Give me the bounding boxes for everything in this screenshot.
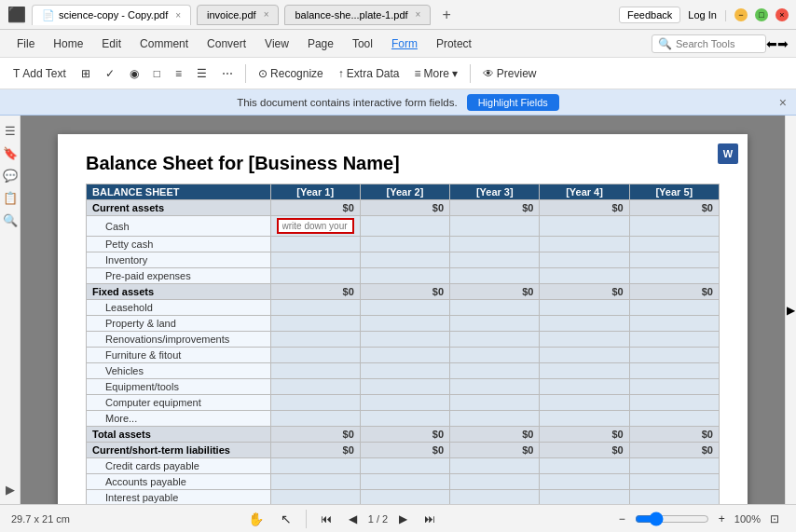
cash-input-cell[interactable] xyxy=(270,216,360,237)
search-input[interactable] xyxy=(676,38,760,49)
radio-icon: ◉ xyxy=(130,67,139,80)
empty-cell xyxy=(360,300,449,316)
tab-label: invoice.pdf xyxy=(207,9,256,20)
search-box[interactable]: 🔍 xyxy=(652,34,766,53)
tab-balance-sheet[interactable]: balance-she...plate-1.pdf × xyxy=(284,5,431,25)
tab-close-btn[interactable]: × xyxy=(416,9,421,20)
empty-cell xyxy=(360,348,449,363)
fit-page-btn[interactable]: ⊡ xyxy=(764,510,785,528)
sidebar-pages-icon[interactable]: ☰ xyxy=(3,123,18,138)
empty-cell xyxy=(450,363,540,379)
login-btn[interactable]: Log In xyxy=(688,9,717,20)
sidebar-search-icon[interactable]: 🔍 xyxy=(3,212,18,227)
recognize-icon: ⊙ xyxy=(258,67,268,80)
preview-btn[interactable]: 👁 Preview xyxy=(477,64,542,83)
menu-protect[interactable]: Protect xyxy=(427,34,481,54)
next-page-btn[interactable]: ▶ xyxy=(393,510,413,528)
empty-cell xyxy=(540,474,629,490)
row-value: $0 xyxy=(540,200,629,216)
tool-btn-7[interactable]: ☰ xyxy=(191,64,213,83)
extra-data-btn[interactable]: ↑ Extra Data xyxy=(333,64,405,83)
zoom-out-btn[interactable]: − xyxy=(613,510,631,528)
close-btn[interactable]: × xyxy=(775,8,789,21)
back-btn[interactable]: ⬅ xyxy=(766,36,777,51)
tab-label: science-copy - Copy.pdf xyxy=(59,9,168,20)
table-row: Cash xyxy=(87,216,720,237)
row-label: Computer equipment xyxy=(87,395,271,411)
row-value: $0 xyxy=(270,200,360,216)
new-tab-btn[interactable]: + xyxy=(436,7,456,23)
empty-cell xyxy=(540,411,629,427)
empty-cell xyxy=(450,474,540,490)
right-sidebar-toggle[interactable]: ▶ xyxy=(785,116,796,504)
empty-cell xyxy=(540,348,629,363)
tool-btn-3[interactable]: ✓ xyxy=(100,64,120,83)
row-value: $0 xyxy=(360,443,449,458)
maximize-btn[interactable]: □ xyxy=(755,8,768,21)
first-page-btn[interactable]: ⏮ xyxy=(315,510,337,528)
menu-home[interactable]: Home xyxy=(44,34,92,54)
empty-cell xyxy=(270,395,360,411)
cash-input[interactable] xyxy=(277,218,354,234)
extra-data-icon: ↑ xyxy=(338,67,344,80)
zoom-in-btn[interactable]: + xyxy=(713,510,731,528)
prev-page-btn[interactable]: ◀ xyxy=(343,510,363,528)
menu-page[interactable]: Page xyxy=(298,34,343,54)
tab-close-btn[interactable]: × xyxy=(264,9,269,20)
tool-btn-8[interactable]: ⋯ xyxy=(216,64,239,83)
add-text-btn[interactable]: T Add Text xyxy=(7,64,72,83)
hand-tool-btn[interactable]: ✋ xyxy=(242,509,269,529)
menu-convert[interactable]: Convert xyxy=(198,34,255,54)
sidebar-comment-icon[interactable]: 💬 xyxy=(3,168,18,183)
menu-edit[interactable]: Edit xyxy=(92,34,130,54)
notif-message: This document contains interactive form … xyxy=(237,97,458,108)
sidebar-expand-icon[interactable]: ▶ xyxy=(3,482,18,497)
tab-invoice[interactable]: invoice.pdf × xyxy=(197,5,279,25)
menu-view[interactable]: View xyxy=(255,34,298,54)
empty-cell xyxy=(540,316,629,332)
tool-btn-4[interactable]: ◉ xyxy=(124,64,144,83)
empty-cell xyxy=(270,332,360,348)
zoom-slider[interactable] xyxy=(635,512,709,526)
tab-close-btn[interactable]: × xyxy=(175,10,181,20)
tool-btn-2[interactable]: ⊞ xyxy=(75,64,96,83)
empty-cell xyxy=(629,237,719,252)
feedback-btn[interactable]: Feedback xyxy=(619,7,680,23)
menu-tool[interactable]: Tool xyxy=(343,34,382,54)
tool-btn-6[interactable]: ≡ xyxy=(170,64,187,83)
tool-btn-5[interactable]: □ xyxy=(148,64,166,83)
cursor-tool-btn[interactable]: ↖ xyxy=(275,509,297,529)
recognize-btn[interactable]: ⊙ Recognize xyxy=(253,64,329,83)
empty-cell xyxy=(450,237,540,252)
empty-cell xyxy=(450,395,540,411)
menu-comment[interactable]: Comment xyxy=(130,34,198,54)
minimize-btn[interactable]: − xyxy=(734,8,748,21)
empty-cell xyxy=(629,458,719,474)
sidebar-form-icon[interactable]: 📋 xyxy=(3,190,18,205)
empty-cell xyxy=(540,216,629,237)
empty-cell xyxy=(629,490,719,505)
row-label: Total assets xyxy=(87,427,271,443)
sidebar-bookmark-icon[interactable]: 🔖 xyxy=(3,145,18,160)
menu-form[interactable]: Form xyxy=(382,34,427,54)
col-header-0: BALANCE SHEET xyxy=(87,184,271,200)
empty-cell xyxy=(450,458,540,474)
tab-science-copy[interactable]: 📄 science-copy - Copy.pdf × xyxy=(32,5,191,25)
row-label: Cash xyxy=(87,216,271,237)
empty-cell xyxy=(540,379,629,395)
notif-bar: This document contains interactive form … xyxy=(0,89,796,116)
row-value: $0 xyxy=(540,427,629,443)
menu-file[interactable]: File xyxy=(7,34,44,54)
more-btn[interactable]: ≡ More ▾ xyxy=(409,64,463,83)
notif-close-btn[interactable]: × xyxy=(779,95,787,110)
empty-cell xyxy=(270,474,360,490)
pdf-icon: 📄 xyxy=(42,9,55,21)
empty-cell xyxy=(450,216,540,237)
empty-cell xyxy=(360,458,449,474)
last-page-btn[interactable]: ⏭ xyxy=(419,510,441,528)
empty-cell xyxy=(540,490,629,505)
highlight-fields-btn[interactable]: Highlight Fields xyxy=(467,94,559,111)
forward-btn[interactable]: ➡ xyxy=(777,36,789,51)
row-label: Equipment/tools xyxy=(87,379,271,395)
sep-icon: | xyxy=(724,8,727,21)
